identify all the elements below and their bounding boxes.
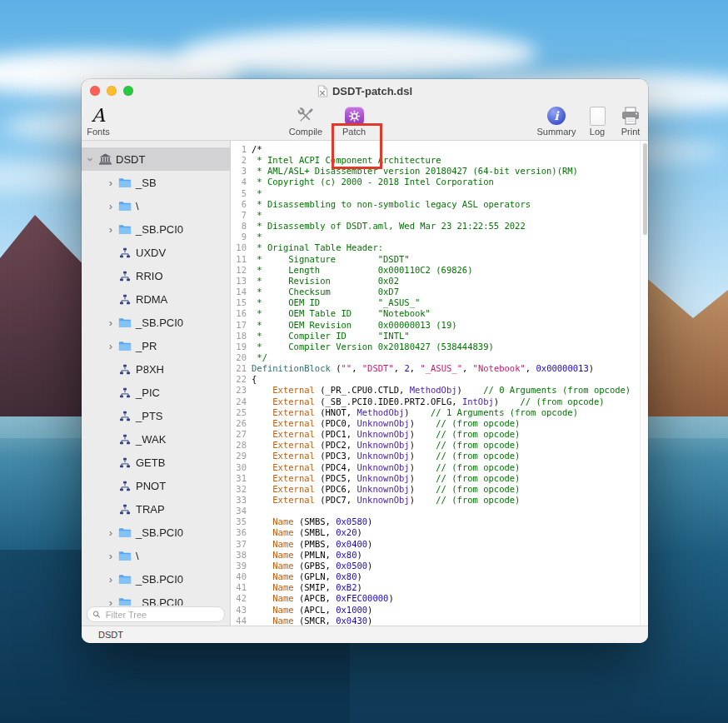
tree-item-pnot[interactable]: PNOT xyxy=(82,474,230,497)
code-line[interactable]: 3 * AML/ASL+ Disassembler version 201804… xyxy=(231,166,641,177)
tree-item-uxdv[interactable]: UXDV xyxy=(82,241,230,264)
tree-item-[interactable]: ›\ xyxy=(82,544,230,567)
code-editor[interactable]: 1/*2 * Intel ACPI Component Architecture… xyxy=(231,141,648,626)
code-line[interactable]: 5 * xyxy=(231,188,641,199)
code-line[interactable]: 17 * OEM Revision 0x00000013 (19) xyxy=(231,320,641,331)
scrollbar-thumb[interactable] xyxy=(643,143,647,235)
disclosure-triangle-icon[interactable]: › xyxy=(105,573,117,586)
tree-item-sbpci0[interactable]: ›_SB.PCI0 xyxy=(82,311,230,334)
code-line[interactable]: 39 Name (GPBS, 0x0500) xyxy=(231,561,641,571)
patch-button[interactable]: Patch xyxy=(331,105,377,137)
tree-item-sbpci0[interactable]: ›_SB.PCI0 xyxy=(82,567,230,591)
tree-item-pts[interactable]: _PTS xyxy=(82,404,230,427)
disclosure-triangle-icon[interactable]: › xyxy=(105,596,117,606)
tree-item-pic[interactable]: _PIC xyxy=(82,381,230,404)
code-line[interactable]: 37 Name (PMBS, 0x0400) xyxy=(231,539,641,550)
method-icon xyxy=(117,434,133,445)
tree-item-p8xh[interactable]: P8XH xyxy=(82,357,230,381)
code-line[interactable]: 4 * Copyright (c) 2000 - 2018 Intel Corp… xyxy=(231,177,641,187)
code-line[interactable]: 23 External (_PR_.CPU0.CTLD, MethodObj) … xyxy=(231,385,641,396)
code-line[interactable]: 32 External (PDC6, UnknownObj) // (from … xyxy=(231,484,641,495)
code-line[interactable]: 13 * Revision 0x02 xyxy=(231,276,641,287)
code-line[interactable]: 20 */ xyxy=(231,352,641,363)
code-line[interactable]: 18 * Compiler ID "INTL" xyxy=(231,331,641,342)
compile-button[interactable]: Compile xyxy=(282,105,329,137)
print-button[interactable]: Print xyxy=(607,105,648,137)
tree-item-pr[interactable]: ›_PR xyxy=(82,334,230,357)
minimize-icon[interactable] xyxy=(107,86,117,96)
code-line[interactable]: 27 External (PDC1, UnknownObj) // (from … xyxy=(231,429,641,440)
code-line[interactable]: 9 * xyxy=(231,232,641,242)
tree-item-rrio[interactable]: RRIO xyxy=(82,264,230,287)
code-text: * Checksum 0xD7 xyxy=(247,287,399,297)
code-line[interactable]: 29 External (PDC3, UnknownObj) // (from … xyxy=(231,451,641,461)
code-line[interactable]: 21DefinitionBlock ("", "DSDT", 2, "_ASUS… xyxy=(231,363,641,374)
code-line[interactable]: 28 External (PDC2, UnknownObj) // (from … xyxy=(231,440,641,451)
vertical-scrollbar[interactable] xyxy=(640,141,648,626)
code-line[interactable]: 12 * Length 0x000110C2 (69826) xyxy=(231,265,641,276)
tree-item-wak[interactable]: _WAK xyxy=(82,427,230,451)
code-line[interactable]: 24 External (_SB_.PCI0.IDE0.PRT2.OFLG, I… xyxy=(231,396,641,407)
disclosure-triangle-icon[interactable]: › xyxy=(105,526,117,539)
titlebar[interactable]: DSDT-patch.dsl xyxy=(82,79,648,102)
tree-item-label: GETB xyxy=(136,456,165,469)
tree-item-label: _PR xyxy=(136,340,157,352)
tree-item-rdma[interactable]: RDMA xyxy=(82,287,230,311)
tree-item-sbpci0[interactable]: ›_SB.PCI0 xyxy=(82,521,230,544)
disclosure-triangle-icon[interactable]: › xyxy=(105,550,117,562)
code-line[interactable]: 36 Name (SMBL, 0x20) xyxy=(231,527,641,538)
summary-button[interactable]: i Summary xyxy=(533,105,580,137)
code-line[interactable]: 14 * Checksum 0xD7 xyxy=(231,287,641,297)
filter-tree-input[interactable] xyxy=(104,609,219,621)
tree-item-sb[interactable]: ›_SB xyxy=(82,171,230,194)
code-line[interactable]: 34 xyxy=(231,506,641,516)
zoom-icon[interactable] xyxy=(123,86,133,96)
tree-item-[interactable]: ›\ xyxy=(82,194,230,217)
code-line[interactable]: 33 External (PDC7, UnknownObj) // (from … xyxy=(231,495,641,506)
code-line[interactable]: 1/* xyxy=(231,144,641,155)
code-line[interactable]: 35 Name (SMBS, 0x0580) xyxy=(231,516,641,527)
code-line[interactable]: 6 * Disassembling to non-symbolic legacy… xyxy=(231,199,641,210)
code-line[interactable]: 8 * Disassembly of DSDT.aml, Wed Mar 23 … xyxy=(231,221,641,232)
line-number: 27 xyxy=(231,429,247,440)
code-line[interactable]: 10 * Original Table Header: xyxy=(231,242,641,253)
disclosure-triangle-icon[interactable]: › xyxy=(85,153,97,165)
folder-icon xyxy=(117,341,133,352)
tree-item-sbpci0[interactable]: ›_SB.PCI0 xyxy=(82,217,230,241)
tree-item-dsdt[interactable]: ›DSDT xyxy=(82,147,230,171)
code-line[interactable]: 11 * Signature "DSDT" xyxy=(231,254,641,265)
code-line[interactable]: 40 Name (GPLN, 0x80) xyxy=(231,571,641,582)
disclosure-triangle-icon[interactable]: › xyxy=(105,177,117,189)
disclosure-triangle-icon[interactable]: › xyxy=(105,317,117,329)
disclosure-triangle-icon[interactable]: › xyxy=(105,223,117,236)
code-line[interactable]: 26 External (PDC0, UnknownObj) // (from … xyxy=(231,418,641,429)
code-line[interactable]: 42 Name (APCB, 0xFEC00000) xyxy=(231,593,641,604)
code-line[interactable]: 38 Name (PMLN, 0x80) xyxy=(231,550,641,561)
code-line[interactable]: 19 * Compiler Version 0x20180427 (538444… xyxy=(231,342,641,352)
code-line[interactable]: 25 External (HNOT, MethodObj) // 1 Argum… xyxy=(231,407,641,418)
line-number: 26 xyxy=(231,418,247,429)
code-line[interactable]: 16 * OEM Table ID "Notebook" xyxy=(231,308,641,319)
line-number: 13 xyxy=(231,276,247,287)
code-line[interactable]: 31 External (PDC5, UnknownObj) // (from … xyxy=(231,473,641,484)
code-line[interactable]: 15 * OEM ID "_ASUS_" xyxy=(231,297,641,308)
disclosure-triangle-icon[interactable]: › xyxy=(105,200,117,212)
code-line[interactable]: 41 Name (SMIP, 0xB2) xyxy=(231,582,641,593)
tree-item-trap[interactable]: TRAP xyxy=(82,497,230,521)
tree-item-sbpci0[interactable]: ›_SB.PCI0 xyxy=(82,591,230,606)
close-icon[interactable] xyxy=(90,86,100,96)
code-line[interactable]: 2 * Intel ACPI Component Architecture xyxy=(231,155,641,166)
code-line[interactable]: 7 * xyxy=(231,210,641,221)
code-line[interactable]: 30 External (PDC4, UnknownObj) // (from … xyxy=(231,462,641,473)
code-line[interactable]: 44 Name (SMCR, 0x0430) xyxy=(231,616,641,626)
document-proxy-icon[interactable] xyxy=(317,85,328,97)
patch-label: Patch xyxy=(342,127,366,137)
disclosure-triangle-icon[interactable]: › xyxy=(105,340,117,352)
maciasl-window: DSDT-patch.dsl A Fonts xyxy=(82,79,648,643)
tree-item-getb[interactable]: GETB xyxy=(82,451,230,474)
code-line[interactable]: 43 Name (APCL, 0x1000) xyxy=(231,605,641,616)
code-line[interactable]: 22{ xyxy=(231,374,641,385)
filter-field[interactable] xyxy=(87,606,225,622)
serif-a-icon: A xyxy=(92,106,105,126)
fonts-button[interactable]: A Fonts xyxy=(82,105,122,137)
